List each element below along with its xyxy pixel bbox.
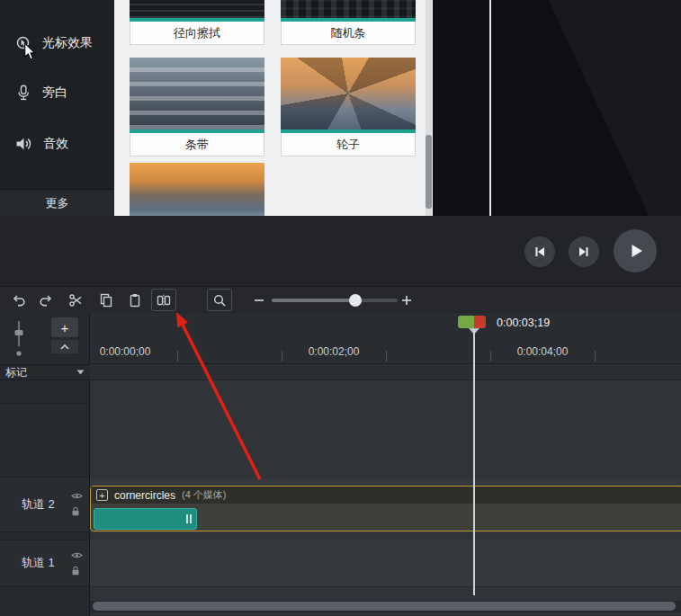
sidebar-item-voiceover[interactable]: 旁白 [0, 76, 114, 109]
speaker-icon [14, 135, 33, 153]
scissors-icon [67, 292, 84, 308]
track-header-2[interactable]: 轨道 2 [0, 477, 89, 532]
zoom-slider-thumb[interactable] [349, 294, 362, 307]
ruler-label: 0:00:02;00 [293, 345, 374, 358]
track-name: 轨道 1 [22, 555, 55, 571]
redo-button[interactable] [36, 290, 58, 311]
cut-button[interactable] [65, 290, 86, 311]
video-editor-app: 光标效果 旁白 音效 更多 径向擦拭 [0, 0, 681, 616]
transition-thumbnail [130, 58, 264, 133]
undo-icon [10, 292, 26, 308]
track-name: 轨道 2 [22, 496, 55, 513]
microphone-icon [14, 84, 32, 102]
play-button[interactable] [614, 229, 657, 272]
play-icon [623, 238, 648, 263]
playhead-out-handle[interactable] [474, 316, 486, 328]
ruler-tick [282, 351, 282, 362]
ruler-label: 0:00:00;00 [85, 345, 166, 358]
copy-button[interactable] [95, 290, 117, 311]
zoom-out-button[interactable] [248, 290, 270, 311]
timeline-toolbar [0, 286, 681, 313]
next-frame-button[interactable] [569, 237, 599, 267]
magnifier-icon [211, 292, 228, 308]
transition-item-radial-wipe[interactable]: 径向擦拭 [130, 0, 264, 45]
transition-item-strips[interactable]: 条带 [130, 58, 264, 156]
zoom-slider[interactable] [272, 299, 398, 302]
redo-icon [39, 292, 55, 308]
add-track-label: + [61, 320, 69, 335]
media-group-header[interactable]: + cornercircles (4 个媒体) [91, 487, 681, 504]
track-header-1[interactable]: 轨道 1 [0, 540, 89, 586]
transitions-panel: 径向擦拭 随机条 条带 轮子 [114, 0, 433, 216]
track-height-slider[interactable] [7, 317, 31, 358]
sidebar-item-label: 旁白 [42, 85, 67, 101]
ruler-tick [386, 351, 387, 362]
undo-button[interactable] [7, 290, 29, 311]
sidebar-item-label: 音效 [43, 136, 68, 152]
split-button[interactable] [151, 289, 176, 311]
ruler-label: 0:00:04;00 [502, 345, 583, 358]
chevron-down-icon [76, 370, 85, 375]
preview-split-line [489, 0, 491, 216]
preview-canvas [433, 0, 681, 216]
group-name: cornercircles [114, 489, 175, 502]
timeline-scrollbar-thumb[interactable] [93, 602, 676, 611]
divider [0, 403, 90, 404]
paste-icon [127, 292, 143, 308]
sidebar-more-label: 更多 [46, 195, 69, 211]
marker-track-header[interactable]: 标记 [0, 364, 90, 380]
transition-item-random-bars[interactable]: 随机条 [281, 0, 416, 45]
media-group[interactable]: + cornercircles (4 个媒体) [90, 486, 681, 531]
eye-icon[interactable] [71, 551, 83, 559]
timeline-ruler[interactable]: 0:00:00;00 0:00:02;00 0:00:04;00 0:00:03… [90, 313, 681, 364]
transition-label: 轮子 [281, 133, 416, 156]
sidebar-more-button[interactable]: 更多 [0, 189, 114, 216]
sidebar-item-label: 光标效果 [42, 35, 93, 51]
ruler-tick [490, 351, 491, 362]
transition-label: 随机条 [281, 22, 416, 45]
timeline-tracks[interactable]: + cornercircles (4 个媒体) [90, 364, 681, 616]
lock-icon[interactable] [71, 506, 80, 516]
track-header-column: + 标记 轨道 2 轨道 1 [0, 313, 90, 616]
sidebar-item-cursor-effects[interactable]: 光标效果 [0, 27, 114, 59]
panel-scrollbar-thumb[interactable] [426, 135, 432, 209]
transition-label: 条带 [130, 133, 264, 156]
playhead-line[interactable] [473, 329, 475, 595]
track-lane-1[interactable] [90, 540, 681, 587]
chevron-up-icon [59, 344, 70, 351]
collapse-tracks-button[interactable] [51, 340, 78, 353]
clip-trim-handle[interactable] [186, 514, 193, 523]
playhead-in-handle[interactable] [458, 316, 474, 328]
zoom-slider-fill [272, 299, 355, 302]
sidebar-item-sound-effects[interactable]: 音效 [0, 128, 114, 160]
timeline-scrollbar[interactable] [90, 601, 681, 612]
plus-icon [399, 293, 414, 308]
transition-thumbnail [130, 0, 264, 22]
transition-item-partial[interactable] [130, 163, 264, 216]
paste-button[interactable] [124, 290, 146, 311]
transition-item-wheel[interactable]: 轮子 [281, 58, 416, 156]
cursor-effects-icon [14, 34, 32, 52]
zoom-select-button[interactable] [207, 289, 232, 311]
previous-frame-icon [533, 245, 547, 259]
marker-lane[interactable] [90, 364, 681, 380]
previous-frame-button[interactable] [524, 237, 555, 267]
next-frame-icon [577, 245, 591, 259]
ruler-tick [177, 351, 178, 362]
lock-icon[interactable] [71, 566, 80, 576]
group-media-count: (4 个媒体) [182, 488, 227, 502]
transition-thumbnail [130, 163, 264, 216]
media-clip[interactable] [94, 508, 197, 530]
transition-thumbnail [281, 58, 416, 133]
transition-thumbnail [281, 0, 416, 22]
transition-label: 径向擦拭 [130, 22, 264, 45]
add-track-button[interactable]: + [51, 317, 78, 337]
group-expand-button[interactable]: + [96, 489, 108, 501]
copy-icon [98, 292, 114, 308]
minus-icon [252, 293, 266, 308]
ruler-tick [595, 351, 596, 362]
eye-icon[interactable] [71, 492, 83, 500]
current-time-label: 0:00:03;19 [497, 317, 550, 329]
zoom-in-button[interactable] [396, 290, 417, 311]
panel-scrollbar[interactable] [426, 0, 432, 216]
